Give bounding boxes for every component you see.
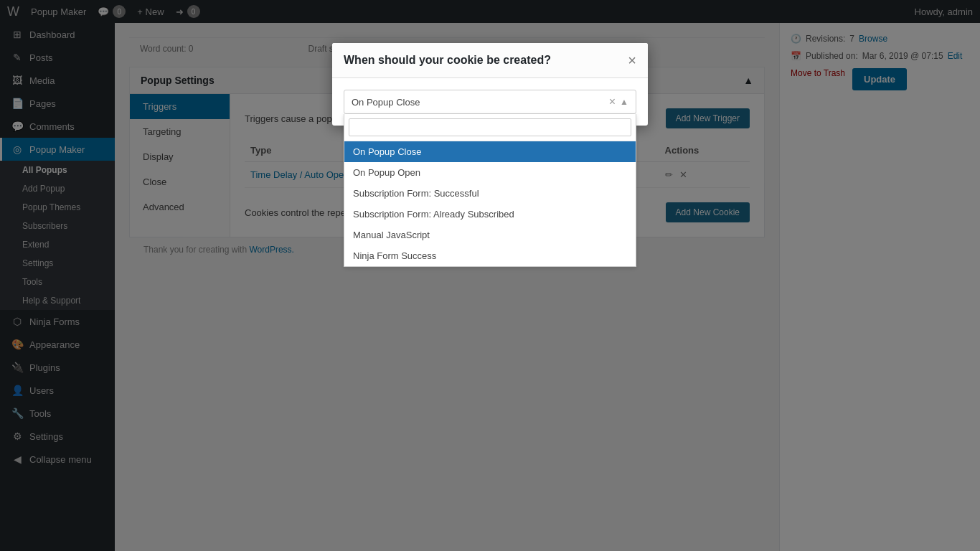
option-subscription-successful[interactable]: Subscription Form: Successful	[344, 183, 636, 204]
select2-options-list: On Popup Close On Popup Open Subscriptio…	[344, 141, 636, 266]
cookie-creation-modal: When should your cookie be created? × On…	[332, 43, 648, 126]
modal-header: When should your cookie be created? ×	[332, 43, 648, 78]
modal-close-button[interactable]: ×	[628, 53, 636, 67]
option-ninja-form-success[interactable]: Ninja Form Success	[344, 245, 636, 266]
modal-body: On Popup Close × ▲ On Popup Close On Pop…	[332, 78, 648, 126]
modal-overlay[interactable]: When should your cookie be created? × On…	[0, 0, 980, 551]
modal-title: When should your cookie be created?	[344, 54, 551, 67]
select2-search-input[interactable]	[349, 118, 631, 136]
select2-selection-box[interactable]: On Popup Close × ▲	[344, 90, 636, 114]
select2-dropdown: On Popup Close On Popup Open Subscriptio…	[344, 114, 636, 267]
select2-arrow-icon: ▲	[620, 97, 628, 107]
option-manual-js[interactable]: Manual JavaScript	[344, 225, 636, 245]
cookie-event-select[interactable]: On Popup Close × ▲ On Popup Close On Pop…	[344, 90, 636, 114]
option-on-popup-open[interactable]: On Popup Open	[344, 162, 636, 183]
select2-actions: × ▲	[609, 95, 628, 108]
option-subscription-already[interactable]: Subscription Form: Already Subscribed	[344, 204, 636, 225]
select2-search-box	[344, 114, 636, 141]
select2-clear-button[interactable]: ×	[609, 95, 616, 108]
select2-selected-value: On Popup Close	[352, 97, 420, 108]
option-on-popup-close[interactable]: On Popup Close	[344, 141, 636, 162]
